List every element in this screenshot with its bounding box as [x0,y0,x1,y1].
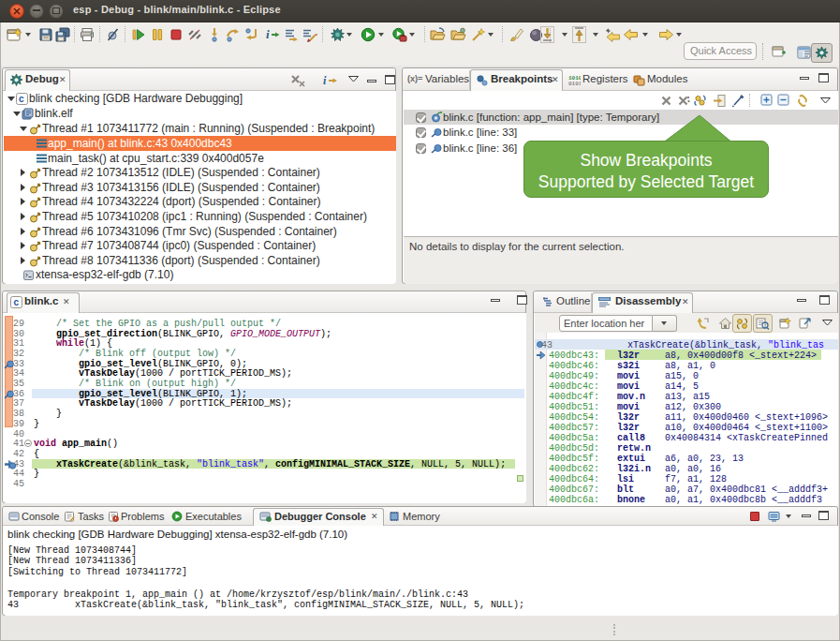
svg-text:c: c [19,94,24,104]
svg-text:i: i [266,27,270,41]
svg-text:c: c [14,297,20,307]
svg-text:0101: 0101 [568,81,581,86]
svg-text:i: i [323,74,327,87]
